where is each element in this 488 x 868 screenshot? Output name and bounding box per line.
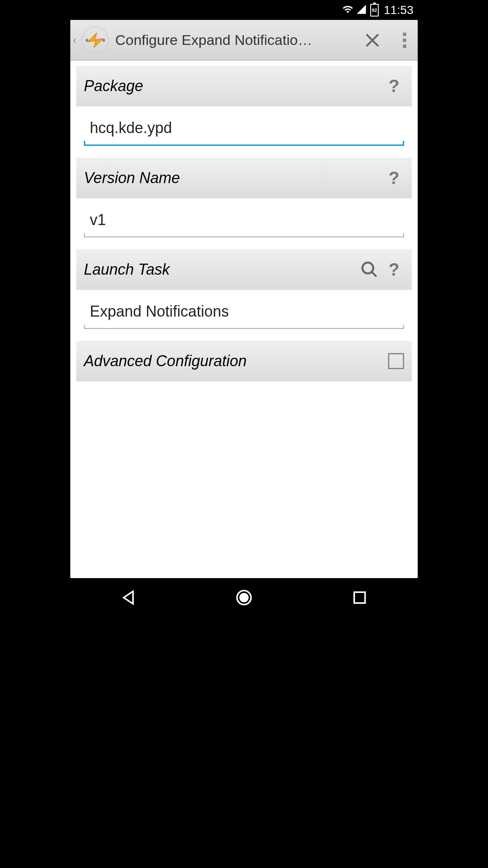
package-input[interactable] [84,111,404,146]
overflow-menu-button[interactable] [391,20,418,61]
nav-back-button[interactable] [114,583,143,612]
nav-home-button[interactable] [229,583,259,612]
version-name-input-wrapper [76,203,412,249]
package-header: Package ? [76,66,412,106]
launch-task-input-wrapper [76,295,412,341]
version-name-header: Version Name ? [76,158,412,198]
overflow-dots-icon [403,33,406,48]
wifi-icon [342,4,353,17]
package-input-wrapper [76,111,412,158]
clock: 11:53 [384,3,413,17]
help-icon[interactable]: ? [384,76,404,96]
help-icon[interactable]: ? [384,259,404,280]
app-icon[interactable] [80,25,110,55]
content-area: Package ? Version Name ? Launch Task ? [70,61,418,578]
help-icon[interactable]: ? [384,168,404,188]
launch-task-header: Launch Task ? [76,249,412,290]
nav-bar [70,578,418,617]
device-frame: 92 11:53 ‹ Configure Expand Notificatio…… [70,0,418,617]
version-name-label: Version Name [84,169,380,187]
advanced-config-label: Advanced Configuration [84,352,384,370]
svg-point-3 [363,263,374,274]
package-label: Package [84,77,380,95]
nav-recent-button[interactable] [345,583,374,612]
page-title: Configure Expand Notificatio… [115,32,353,48]
version-name-input[interactable] [84,203,404,237]
status-bar: 92 11:53 [70,0,418,20]
battery-icon: 92 [370,4,379,17]
svg-rect-6 [354,592,365,603]
advanced-config-checkbox[interactable] [388,353,404,369]
watermark-area [70,617,418,868]
back-button[interactable]: ‹ [70,20,79,61]
launch-task-input[interactable] [84,295,404,329]
signal-icon [356,4,367,17]
advanced-config-header[interactable]: Advanced Configuration [76,341,412,381]
close-button[interactable] [353,20,391,61]
svg-point-5 [240,594,248,601]
launch-task-label: Launch Task [84,261,359,278]
battery-level: 92 [372,8,377,13]
search-icon[interactable] [359,259,380,280]
app-bar: ‹ Configure Expand Notificatio… [70,20,418,61]
